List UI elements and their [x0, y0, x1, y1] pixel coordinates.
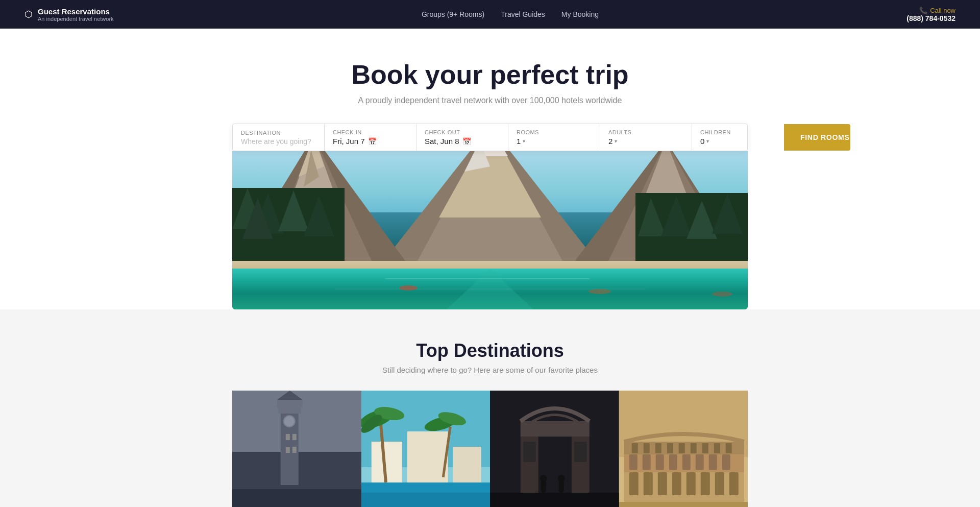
svg-rect-80: [715, 472, 724, 495]
svg-rect-64: [574, 442, 587, 462]
children-value: 0: [700, 137, 704, 146]
svg-rect-81: [729, 472, 738, 495]
children-field[interactable]: Children 0 ▾: [692, 124, 784, 151]
checkin-calendar-icon: 📅: [368, 137, 377, 146]
svg-rect-83: [629, 454, 637, 470]
svg-rect-44: [232, 485, 361, 489]
svg-rect-96: [678, 443, 684, 453]
adults-value: 2: [608, 137, 612, 146]
adults-label: Adults: [608, 129, 683, 135]
rooms-label: Rooms: [517, 129, 592, 135]
svg-rect-65: [490, 493, 619, 507]
svg-rect-93: [643, 443, 649, 453]
hero-section: Book your perfect trip A proudly indepen…: [0, 29, 980, 309]
svg-rect-42: [292, 447, 297, 453]
svg-rect-101: [619, 502, 748, 507]
hero-title: Book your perfect trip: [351, 59, 628, 90]
hero-subtitle: A proudly independent travel network wit…: [358, 96, 622, 105]
checkout-calendar-icon: 📅: [462, 137, 471, 146]
brand-icon: ⬡: [24, 9, 33, 20]
svg-point-69: [558, 475, 565, 482]
svg-rect-99: [714, 443, 720, 453]
phone-icon: 📞: [919, 7, 927, 14]
navbar: ⬡ Guest Reservations An independent trav…: [0, 0, 980, 29]
svg-rect-97: [690, 443, 696, 453]
adults-field[interactable]: Adults 2 ▾: [600, 124, 692, 151]
checkout-field[interactable]: Check-out Sat, Jun 8 📅: [416, 124, 508, 151]
svg-rect-90: [722, 454, 730, 470]
destination-london[interactable]: [232, 391, 361, 507]
checkout-value: Sat, Jun 8: [425, 137, 459, 146]
brand-title: Guest Reservations: [38, 7, 114, 16]
svg-rect-58: [361, 493, 491, 507]
svg-rect-89: [708, 454, 717, 470]
svg-rect-79: [700, 472, 709, 495]
svg-rect-87: [682, 454, 690, 470]
adults-chevron-icon: ▾: [615, 138, 617, 144]
svg-point-28: [589, 289, 611, 294]
destination-placeholder: Where are you going?: [241, 137, 316, 146]
svg-rect-92: [631, 443, 638, 453]
svg-rect-98: [702, 443, 708, 453]
call-label: 📞 Call now: [919, 7, 955, 14]
find-rooms-button[interactable]: FIND ROOMS: [784, 124, 850, 151]
search-bar-wrapper: Destination Where are you going? Check-i…: [232, 124, 748, 151]
destination-colosseum[interactable]: [619, 391, 748, 507]
svg-rect-74: [629, 472, 638, 495]
search-bar: Destination Where are you going? Check-i…: [232, 124, 748, 151]
svg-rect-39: [286, 434, 290, 440]
svg-rect-100: [725, 443, 731, 453]
svg-rect-76: [657, 472, 667, 495]
svg-point-27: [399, 285, 418, 291]
svg-rect-40: [292, 434, 297, 440]
rooms-chevron-icon: ▾: [523, 138, 525, 144]
svg-rect-94: [655, 443, 661, 453]
svg-rect-95: [667, 443, 673, 453]
destination-field[interactable]: Destination Where are you going?: [233, 124, 325, 151]
hero-image: [232, 151, 748, 309]
brand-logo[interactable]: ⬡ Guest Reservations An independent trav…: [24, 7, 114, 22]
nav-groups[interactable]: Groups (9+ Rooms): [422, 10, 484, 18]
checkin-field[interactable]: Check-in Fri, Jun 7 📅: [325, 124, 416, 151]
nav-links: Groups (9+ Rooms) Travel Guides My Booki…: [422, 10, 599, 18]
nav-my-booking[interactable]: My Booking: [561, 10, 599, 18]
svg-rect-88: [695, 454, 703, 470]
nav-travel-guides[interactable]: Travel Guides: [501, 10, 545, 18]
checkout-label: Check-out: [425, 129, 500, 135]
destinations-grid: [232, 391, 748, 507]
destination-tropical[interactable]: [361, 391, 491, 507]
svg-rect-78: [686, 472, 695, 495]
svg-point-29: [712, 292, 732, 297]
rooms-field[interactable]: Rooms 1 ▾: [508, 124, 600, 151]
brand-subtitle: An independent travel network: [38, 16, 114, 22]
svg-rect-85: [655, 454, 664, 470]
destinations-section: Top Destinations Still deciding where to…: [0, 309, 980, 507]
svg-rect-86: [669, 454, 677, 470]
svg-point-67: [540, 475, 547, 482]
call-number: (888) 784-0532: [906, 14, 955, 22]
svg-rect-41: [286, 447, 290, 453]
svg-rect-43: [232, 488, 361, 507]
destination-arch[interactable]: [490, 391, 619, 507]
svg-point-38: [284, 416, 295, 426]
destination-label: Destination: [241, 130, 316, 136]
svg-rect-73: [624, 470, 744, 503]
svg-rect-63: [523, 442, 536, 462]
svg-rect-77: [672, 472, 681, 495]
svg-rect-84: [642, 454, 650, 470]
destinations-title: Top Destinations: [416, 340, 564, 361]
checkin-label: Check-in: [333, 129, 408, 135]
call-info: 📞 Call now (888) 784-0532: [906, 7, 955, 22]
children-chevron-icon: ▾: [706, 138, 709, 144]
svg-rect-35: [277, 400, 303, 407]
svg-rect-75: [643, 472, 652, 495]
children-label: Children: [700, 129, 776, 135]
destinations-subtitle: Still deciding where to go? Here are som…: [382, 366, 598, 374]
rooms-value: 1: [517, 137, 521, 146]
checkin-value: Fri, Jun 7: [333, 137, 365, 146]
